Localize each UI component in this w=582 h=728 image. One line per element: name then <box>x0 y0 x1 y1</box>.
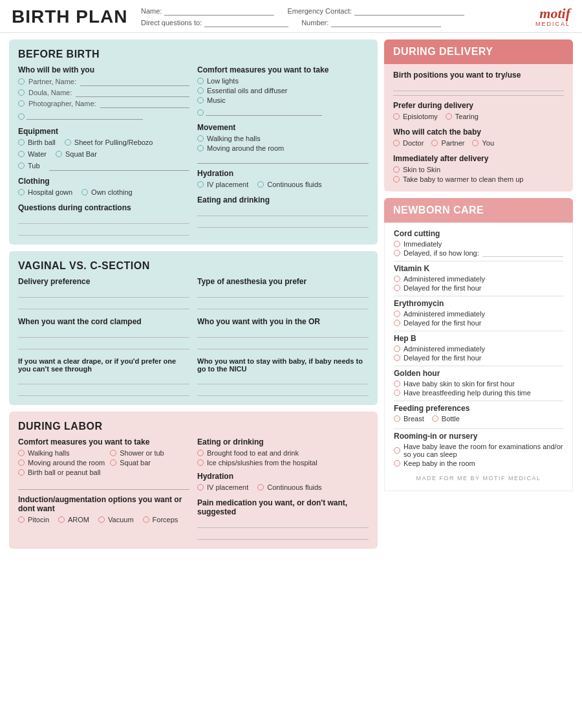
walking-halls-item: Walking the halls <box>197 135 369 142</box>
anesthesia-line-1[interactable] <box>197 289 369 298</box>
ice-chips-check[interactable] <box>197 459 204 466</box>
questions-line-2[interactable] <box>18 226 189 236</box>
iv-labor-check[interactable] <box>197 484 204 491</box>
hospital-gown-check[interactable] <box>18 189 25 195</box>
forceps-label: Forceps <box>153 516 178 524</box>
bottle-item: Bottle <box>432 415 460 423</box>
walking-halls-check[interactable] <box>197 135 204 142</box>
squatbar-labor-check[interactable] <box>110 459 116 466</box>
walking-halls-labor-check[interactable] <box>18 450 25 456</box>
tearing-check[interactable] <box>446 113 452 120</box>
ery-immediate-check[interactable] <box>394 311 400 317</box>
nicu-line-2[interactable] <box>197 387 369 396</box>
comfort-extra-line[interactable] <box>206 107 322 116</box>
vitamink-immediate-check[interactable] <box>394 276 400 282</box>
continuous-labor-check[interactable] <box>257 484 264 491</box>
cord-delayed-check[interactable] <box>394 250 400 256</box>
warmer-check[interactable] <box>393 176 400 182</box>
nicu-line-1[interactable] <box>197 375 369 384</box>
eating-line-1[interactable] <box>197 207 369 216</box>
vacuum-check[interactable] <box>98 516 105 523</box>
oils-check[interactable] <box>197 87 204 94</box>
comfort-title: Comfort measures you want to take <box>197 65 369 74</box>
equipment-title: Equipment <box>18 127 189 136</box>
moving-room-labor-check[interactable] <box>18 459 25 466</box>
photographer-check[interactable] <box>18 100 25 107</box>
comfort-extra-check[interactable] <box>197 109 204 116</box>
name-input-line[interactable] <box>164 6 274 16</box>
sheet-check[interactable] <box>65 139 71 146</box>
walking-halls-labor-label: Walking halls <box>28 449 69 457</box>
skin-to-skin-check[interactable] <box>393 166 400 173</box>
doula-line[interactable] <box>76 88 189 97</box>
emergency-label: Emergency Contact: <box>287 7 352 15</box>
arom-check[interactable] <box>58 516 65 523</box>
episiotomy-check[interactable] <box>393 113 400 120</box>
anesthesia-line-2[interactable] <box>197 300 369 309</box>
bottle-check[interactable] <box>432 415 438 422</box>
pain-line-2[interactable] <box>197 531 369 540</box>
iv-placement-check[interactable] <box>197 181 204 188</box>
delivery-pref-line-2[interactable] <box>18 300 189 309</box>
positions-line[interactable] <box>393 82 564 91</box>
cord-line-1[interactable] <box>18 329 189 338</box>
ice-chips-item: Ice chips/slushies from the hospital <box>197 459 369 467</box>
drape-line-1[interactable] <box>18 375 189 384</box>
ery-delayed-check[interactable] <box>394 320 400 326</box>
shower-tub-labor-check[interactable] <box>110 450 116 456</box>
cord-line-2[interactable] <box>18 340 189 349</box>
delivery-pref-title: Delivery preference <box>18 277 189 286</box>
feeding-title: Feeding preferences <box>394 404 563 413</box>
during-delivery-body: Birth positions you want to try/use Pref… <box>384 64 573 192</box>
who-extra-line[interactable] <box>27 111 143 120</box>
emergency-input-line[interactable] <box>354 6 464 16</box>
forceps-check[interactable] <box>143 516 149 523</box>
rooming-keep-check[interactable] <box>394 460 400 467</box>
questions-input-line[interactable] <box>204 18 288 27</box>
or-title: Who you want with you in the OR <box>197 317 369 326</box>
delivery-pref-line-1[interactable] <box>18 289 189 298</box>
you-check[interactable] <box>472 140 479 146</box>
partner-check[interactable] <box>18 78 25 85</box>
tub-check[interactable] <box>18 162 25 169</box>
oils-item: Essential oils and diffuser <box>197 87 369 94</box>
birthball-check[interactable] <box>18 139 25 146</box>
eating-line-2[interactable] <box>197 219 369 228</box>
pain-line-1[interactable] <box>197 519 369 528</box>
logo-medical: MEDICAL <box>535 21 570 27</box>
rooming-keep-label: Keep baby in the room <box>404 459 475 467</box>
doula-check[interactable] <box>18 89 25 96</box>
music-check[interactable] <box>197 97 204 104</box>
rooming-leave-check[interactable] <box>394 447 400 454</box>
drape-line-2[interactable] <box>18 387 189 396</box>
doctor-check[interactable] <box>393 140 400 146</box>
number-input-line[interactable] <box>331 18 441 27</box>
continuous-fluids-check[interactable] <box>257 181 264 188</box>
golden-skin-check[interactable] <box>394 381 400 387</box>
partner-line[interactable] <box>80 77 189 86</box>
brought-food-check[interactable] <box>197 450 204 456</box>
partner-check[interactable] <box>431 140 438 146</box>
cord-immediately-check[interactable] <box>394 241 400 247</box>
photographer-line[interactable] <box>100 99 189 108</box>
squatbar-check[interactable] <box>56 151 62 157</box>
hepb-delayed-check[interactable] <box>394 355 400 361</box>
lowlights-check[interactable] <box>197 78 204 84</box>
questions-line-1[interactable] <box>18 215 189 224</box>
birthball-labor-check[interactable] <box>18 469 25 476</box>
pitocin-check[interactable] <box>18 516 25 523</box>
who-extra-check[interactable] <box>18 113 25 120</box>
breast-check[interactable] <box>394 415 400 422</box>
golden-breastfeeding-check[interactable] <box>394 390 400 396</box>
iv-labor-item: IV placement <box>197 483 248 491</box>
or-line-2[interactable] <box>197 340 369 349</box>
or-line-1[interactable] <box>197 329 369 338</box>
hepb-immediate-check[interactable] <box>394 346 400 352</box>
own-clothing-check[interactable] <box>81 189 88 195</box>
cord-delayed-line[interactable] <box>482 249 563 257</box>
moving-room-check[interactable] <box>197 145 204 151</box>
vitamink-delayed-check[interactable] <box>394 285 400 291</box>
left-column: BEFORE BIRTH Who will be with you Partne… <box>9 39 378 549</box>
water-label: Water <box>28 150 47 158</box>
water-check[interactable] <box>18 151 25 157</box>
